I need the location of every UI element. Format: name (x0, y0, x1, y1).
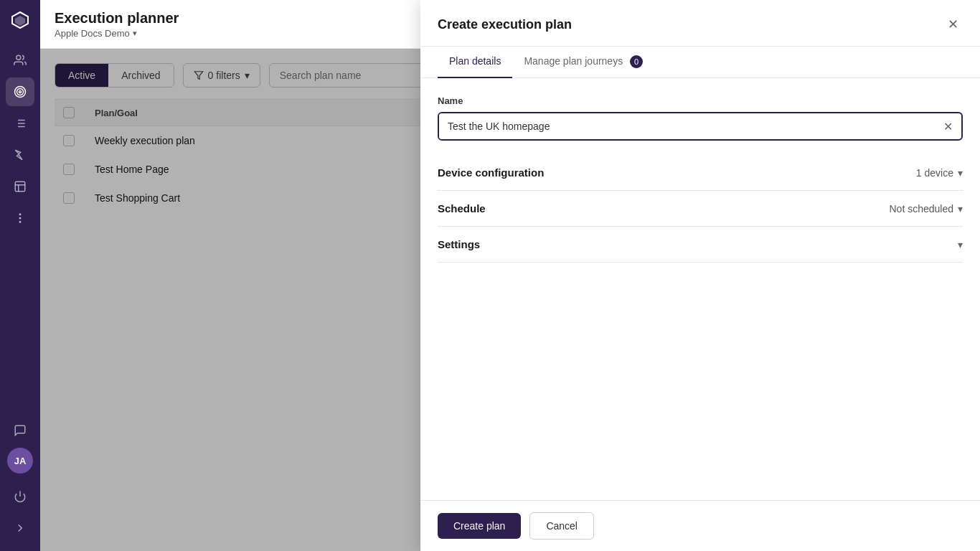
svg-point-15 (19, 214, 21, 215)
expand-icon[interactable] (6, 514, 34, 542)
sidebar-item-journey[interactable] (6, 141, 34, 169)
workspace-name: Apple Docs Demo (55, 28, 130, 39)
schedule-title: Schedule (438, 202, 486, 215)
name-input[interactable] (439, 113, 935, 139)
device-configuration-section[interactable]: Device configuration 1 device ▾ (438, 155, 963, 191)
name-field-group: Name ✕ (438, 95, 963, 141)
sidebar-logo (9, 9, 32, 32)
svg-point-16 (19, 217, 21, 219)
power-icon[interactable] (6, 482, 34, 511)
settings-section[interactable]: Settings ▾ (438, 227, 963, 263)
tab-manage-journeys-label: Manage plan journeys (524, 55, 623, 67)
modal-close-button[interactable]: ✕ (943, 14, 963, 34)
avatar[interactable]: JA (7, 448, 33, 474)
modal-title: Create execution plan (438, 17, 572, 32)
modal-footer: Create plan Cancel (420, 500, 980, 551)
modal-tabs: Plan details Manage plan journeys 0 (420, 47, 980, 78)
chat-icon[interactable] (6, 416, 34, 445)
device-config-value: 1 device ▾ (916, 167, 963, 179)
settings-title: Settings (438, 238, 480, 250)
schedule-text: Not scheduled (889, 203, 953, 215)
sidebar-item-more[interactable] (6, 204, 34, 232)
schedule-section[interactable]: Schedule Not scheduled ▾ (438, 191, 963, 227)
journeys-badge: 0 (630, 55, 643, 68)
svg-point-17 (19, 222, 21, 223)
device-config-chevron: ▾ (958, 167, 963, 179)
cancel-button[interactable]: Cancel (529, 512, 594, 540)
tab-plan-details[interactable]: Plan details (438, 47, 512, 78)
svg-point-4 (17, 89, 24, 95)
modal-header: Create execution plan ✕ (420, 0, 980, 47)
name-label: Name (438, 95, 963, 106)
tab-plan-details-label: Plan details (449, 55, 501, 67)
sidebar-item-users[interactable] (6, 46, 34, 75)
settings-value: ▾ (958, 239, 963, 250)
sidebar: JA (0, 0, 40, 551)
device-config-title: Device configuration (438, 166, 544, 179)
modal-body: Name ✕ Device configuration 1 device ▾ S… (420, 78, 980, 500)
name-input-wrap: ✕ (438, 112, 963, 141)
create-plan-button[interactable]: Create plan (438, 513, 521, 539)
svg-point-5 (19, 91, 22, 93)
schedule-chevron: ▾ (958, 203, 963, 215)
svg-marker-1 (15, 16, 25, 26)
sidebar-item-list[interactable] (6, 109, 34, 138)
schedule-value: Not scheduled ▾ (889, 203, 963, 215)
create-execution-plan-panel: Create execution plan ✕ Plan details Man… (420, 0, 980, 551)
sidebar-item-target[interactable] (6, 77, 34, 106)
settings-chevron: ▾ (958, 239, 963, 250)
workspace-chevron: ▾ (133, 29, 137, 38)
name-clear-button[interactable]: ✕ (935, 120, 961, 133)
svg-point-2 (17, 55, 21, 60)
sidebar-item-docs[interactable] (6, 172, 34, 201)
tab-manage-journeys[interactable]: Manage plan journeys 0 (512, 47, 654, 78)
device-config-text: 1 device (916, 167, 953, 179)
svg-rect-12 (15, 182, 25, 192)
